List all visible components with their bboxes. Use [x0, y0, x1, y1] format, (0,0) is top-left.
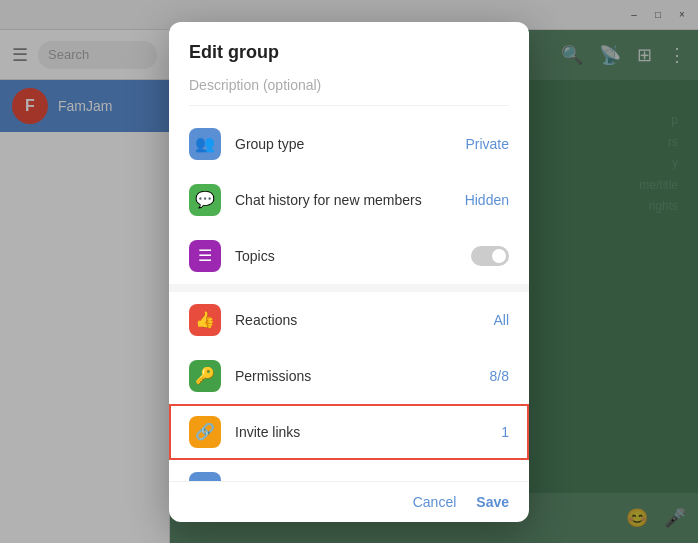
chat-history-icon: 💬 — [189, 184, 221, 216]
administrators-value: 1 — [501, 480, 509, 481]
reactions-item[interactable]: 👍 Reactions All — [169, 292, 529, 348]
topics-item[interactable]: ☰ Topics — [169, 228, 529, 284]
administrators-icon: 🛡 — [189, 472, 221, 481]
modal-overlay: Edit group Description (optional) 👥 Grou… — [0, 0, 698, 543]
cancel-button[interactable]: Cancel — [413, 494, 457, 510]
invite-links-value: 1 — [501, 424, 509, 440]
topics-toggle[interactable] — [471, 246, 509, 266]
topics-label: Topics — [235, 248, 457, 264]
modal-footer: Cancel Save — [169, 481, 529, 522]
save-button[interactable]: Save — [476, 494, 509, 510]
permissions-item[interactable]: 🔑 Permissions 8/8 — [169, 348, 529, 404]
group-type-value: Private — [465, 136, 509, 152]
chat-history-item[interactable]: 💬 Chat history for new members Hidden — [169, 172, 529, 228]
permissions-value: 8/8 — [490, 368, 509, 384]
reactions-label: Reactions — [235, 312, 479, 328]
group-type-label: Group type — [235, 136, 451, 152]
section-1: 👥 Group type Private 💬 Chat history for … — [169, 116, 529, 284]
reactions-value: All — [493, 312, 509, 328]
modal-header: Edit group Description (optional) — [169, 22, 529, 116]
administrators-label: Administrators — [235, 480, 487, 481]
invite-links-label: Invite links — [235, 424, 487, 440]
group-type-icon: 👥 — [189, 128, 221, 160]
permissions-label: Permissions — [235, 368, 476, 384]
edit-group-modal: Edit group Description (optional) 👥 Grou… — [169, 22, 529, 522]
group-type-item[interactable]: 👥 Group type Private — [169, 116, 529, 172]
section-divider — [169, 284, 529, 292]
reactions-icon: 👍 — [189, 304, 221, 336]
invite-links-icon: 🔗 — [189, 416, 221, 448]
section-2: 👍 Reactions All 🔑 Permissions 8/8 🔗 Invi… — [169, 292, 529, 481]
chat-history-label: Chat history for new members — [235, 192, 451, 208]
administrators-item[interactable]: 🛡 Administrators 1 — [169, 460, 529, 481]
topics-icon: ☰ — [189, 240, 221, 272]
modal-body: 👥 Group type Private 💬 Chat history for … — [169, 116, 529, 481]
modal-subtitle: Description (optional) — [189, 77, 509, 106]
chat-history-value: Hidden — [465, 192, 509, 208]
permissions-icon: 🔑 — [189, 360, 221, 392]
invite-links-item[interactable]: 🔗 Invite links 1 — [169, 404, 529, 460]
modal-title: Edit group — [189, 42, 509, 63]
